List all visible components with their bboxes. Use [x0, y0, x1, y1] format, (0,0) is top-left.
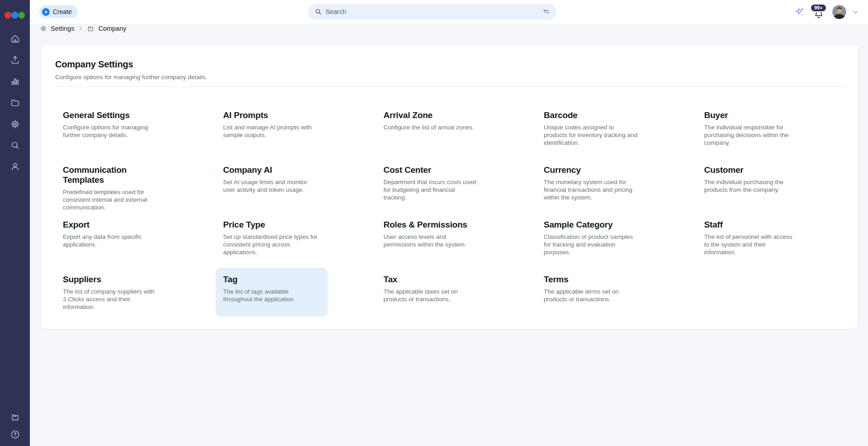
gear-icon [10, 119, 20, 129]
card-title: Arrival Zone [383, 110, 480, 120]
topbar-actions: 99+ [794, 0, 859, 24]
account-menu-button[interactable] [852, 9, 859, 15]
chevron-down-icon [852, 9, 859, 15]
card-title: Staff [704, 220, 801, 230]
sparkles-icon [794, 6, 805, 17]
card-description: User access levels and permissions withi… [383, 233, 478, 248]
card-description: The individual purchasing the products f… [704, 178, 799, 194]
card-description: The list of tags available throughout th… [223, 288, 318, 303]
sidebar-item-home[interactable] [9, 33, 20, 44]
card-description: Configure the list of arrival zones. [383, 123, 478, 131]
settings-card-ai-prompts[interactable]: AI PromptsList and manage AI prompts wit… [216, 104, 328, 152]
card-title: Tax [383, 275, 480, 285]
card-description: Predefined templates used for consistent… [63, 188, 158, 211]
settings-card-tax[interactable]: TaxThe applicable taxes set on products … [376, 268, 488, 317]
card-description: The list of personnel with access to the… [704, 233, 799, 256]
logo-dot-red [5, 12, 11, 19]
create-button-label: Create [53, 8, 72, 15]
svg-text:?: ? [14, 432, 16, 437]
settings-card-cost-center[interactable]: Cost CenterDepartment that incurs costs … [376, 158, 488, 207]
settings-card-export[interactable]: ExportExport any data from specific appl… [55, 213, 167, 262]
help-icon: ? [10, 429, 20, 440]
breadcrumb: Settings Company [40, 24, 126, 33]
sidebar-bottom: ? [9, 412, 20, 446]
card-description: Set AI usage limits and monitor user act… [223, 178, 318, 194]
sidebar-item-analytics[interactable] [9, 76, 20, 87]
card-description: Department that incurs costs used for bu… [383, 178, 478, 201]
notifications-button[interactable]: 99+ [811, 3, 826, 21]
settings-card-customer[interactable]: CustomerThe individual purchasing the pr… [696, 158, 808, 207]
settings-card-tag[interactable]: TagThe list of tags available throughout… [216, 268, 328, 317]
card-title: Currency [544, 165, 641, 175]
sidebar-item-help[interactable]: ? [9, 429, 20, 440]
card-description: Set up standardised price types for cons… [223, 233, 318, 256]
card-description: The applicable taxes set on products or … [383, 288, 478, 303]
settings-card-company-ai[interactable]: Company AISet AI usage limits and monito… [216, 158, 328, 207]
breadcrumb-label: Settings [51, 25, 74, 32]
sidebar-item-search[interactable] [9, 140, 20, 151]
plus-icon: + [42, 8, 50, 16]
sidebar-nav [9, 33, 20, 172]
card-description: The individual responsible for purchasin… [704, 123, 799, 147]
settings-card-general-settings[interactable]: General SettingsConfigure options for ma… [55, 104, 167, 152]
settings-card-barcode[interactable]: BarcodeUnique codes assigned to products… [536, 104, 648, 152]
home-icon [10, 34, 20, 44]
card-description: Unique codes assigned to products for in… [544, 123, 639, 147]
user-icon [10, 161, 20, 172]
card-description: The monetary system used for financial t… [544, 178, 639, 201]
card-title: Barcode [544, 110, 641, 120]
card-title: Sample Category [544, 220, 641, 230]
notification-count-badge: 99+ [810, 4, 827, 12]
card-description: Classification of product samples for tr… [544, 233, 639, 256]
sidebar-item-files[interactable] [9, 97, 20, 108]
card-description: The applicable terms set on products or … [544, 288, 639, 303]
filter-lines-icon[interactable] [542, 8, 550, 16]
card-description: List and manage AI prompts with sample o… [223, 123, 318, 139]
card-title: AI Prompts [223, 110, 320, 120]
sidebar-item-settings[interactable] [9, 119, 20, 129]
sidebar-item-users[interactable] [9, 161, 20, 172]
card-title: Terms [544, 275, 641, 285]
settings-card-buyer[interactable]: BuyerThe individual responsible for purc… [696, 104, 808, 152]
topbar: + Create 99+ [30, 0, 868, 24]
settings-card-price-type[interactable]: Price TypeSet up standardised price type… [216, 213, 328, 262]
card-title: Price Type [223, 220, 320, 230]
divider [55, 86, 844, 87]
settings-card-staff[interactable]: StaffThe list of personnel with access t… [696, 213, 808, 262]
card-title: Export [63, 220, 160, 230]
settings-card-terms[interactable]: TermsThe applicable terms set on product… [536, 268, 648, 317]
card-description: Configure options for managing further c… [63, 123, 158, 139]
card-title: Customer [704, 165, 801, 175]
app-logo [5, 12, 25, 19]
settings-card-currency[interactable]: CurrencyThe monetary system used for fin… [536, 158, 648, 207]
create-button[interactable]: + Create [39, 5, 78, 18]
page-title: Company Settings [55, 59, 844, 70]
ai-assistant-button[interactable] [794, 6, 805, 17]
card-title: Tag [223, 275, 320, 285]
settings-panel: Company Settings Configure options for m… [41, 44, 859, 329]
logo-dot-green [18, 12, 25, 19]
gear-icon [40, 25, 47, 32]
folder-icon [10, 98, 20, 108]
search-icon [10, 140, 20, 151]
settings-card-roles-permissions[interactable]: Roles & PermissionsUser access levels an… [376, 213, 488, 262]
settings-grid: General SettingsConfigure options for ma… [55, 104, 844, 317]
search-icon [315, 8, 322, 15]
sidebar-item-company[interactable] [9, 412, 20, 422]
user-avatar[interactable] [832, 5, 846, 19]
card-title: Cost Center [383, 165, 480, 175]
upload-icon [10, 55, 20, 66]
bar-chart-icon [10, 76, 20, 87]
search-input[interactable] [326, 8, 538, 15]
settings-card-suppliers[interactable]: SuppliersThe list of company suppliers w… [55, 268, 167, 317]
settings-card-communication-templates[interactable]: Communication TemplatesPredefined templa… [55, 158, 167, 207]
card-description: Export any data from specific applicatio… [63, 233, 158, 248]
breadcrumb-settings[interactable]: Settings [40, 25, 74, 32]
settings-card-sample-category[interactable]: Sample CategoryClassification of product… [536, 213, 648, 262]
logo-dot-blue [11, 12, 18, 19]
card-title: Communication Templates [63, 165, 160, 185]
card-title: Buyer [704, 110, 801, 120]
settings-card-arrival-zone[interactable]: Arrival ZoneConfigure the list of arriva… [376, 104, 488, 152]
sidebar-item-upload[interactable] [9, 55, 20, 66]
card-title: Roles & Permissions [383, 220, 480, 230]
